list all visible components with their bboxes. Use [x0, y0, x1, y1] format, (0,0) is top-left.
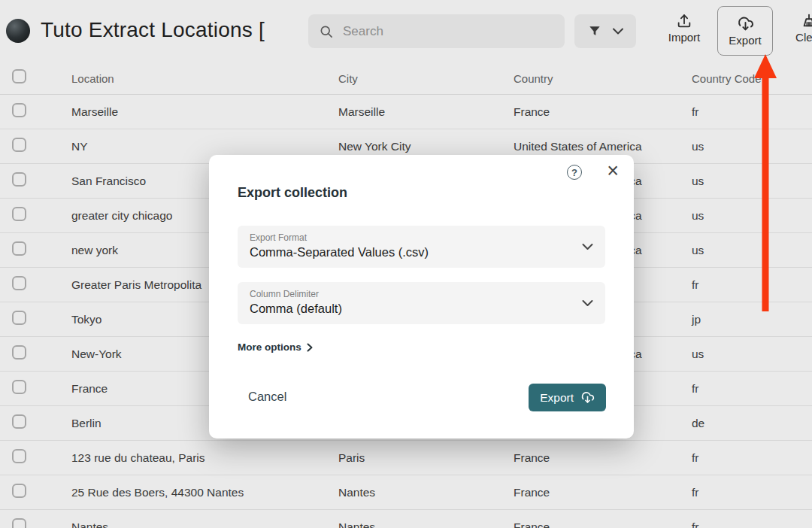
row-checkbox[interactable] [12, 311, 26, 325]
cell-country-code: fr [692, 520, 698, 528]
cell-location: greater city chicago [71, 209, 172, 223]
cloud-download-icon [737, 15, 754, 32]
table-row[interactable]: Marseille Marseille France fr [0, 95, 812, 129]
table-header-row: Location City Country Country Code [0, 62, 812, 95]
chevron-down-icon [582, 243, 593, 250]
cell-country-code: us [692, 347, 704, 361]
modal-export-button[interactable]: Export [529, 384, 606, 411]
export-format-label: Export Format [250, 232, 593, 243]
broom-icon [801, 13, 812, 29]
export-format-select[interactable]: Export Format Comma-Separated Values (.c… [238, 226, 605, 268]
cancel-button[interactable]: Cancel [248, 390, 286, 404]
cell-location: 25 Rue des Boers, 44300 Nantes [71, 486, 244, 499]
cell-location: France [71, 382, 108, 396]
clear-label: Clear [795, 31, 812, 44]
cell-location: New-York [71, 347, 122, 361]
chevron-down-icon [613, 28, 623, 35]
cell-country-code: us [692, 174, 704, 188]
cell-country: France [514, 105, 550, 119]
row-checkbox[interactable] [12, 380, 26, 394]
row-checkbox[interactable] [12, 345, 26, 360]
cell-city: New York City [338, 140, 411, 153]
search-bar[interactable] [308, 14, 565, 48]
cell-country-code: fr [692, 105, 698, 119]
table-row[interactable]: 25 Rue des Boers, 44300 Nantes Nantes Fr… [0, 475, 812, 510]
import-button[interactable]: Import [660, 13, 708, 44]
cell-location: new york [71, 244, 118, 257]
modal-export-label: Export [540, 391, 574, 405]
column-header-country[interactable]: Country [514, 71, 553, 84]
filter-icon [587, 24, 602, 39]
cell-location: San Francisco [71, 174, 146, 188]
cell-location: 123 rue du chateau, Paris [71, 451, 205, 465]
column-header-country-code[interactable]: Country Code [692, 71, 762, 84]
row-checkbox[interactable] [12, 414, 26, 429]
row-checkbox[interactable] [12, 103, 26, 117]
row-checkbox[interactable] [12, 484, 26, 498]
close-icon[interactable]: × [607, 161, 619, 181]
cell-country: France [514, 520, 550, 528]
more-options-link[interactable]: More options [238, 341, 313, 353]
import-label: Import [668, 31, 701, 44]
cell-city: Nantes [338, 520, 375, 528]
cell-city: Nantes [338, 486, 375, 499]
cell-country-code: fr [692, 451, 698, 465]
cell-location: Tokyo [71, 313, 102, 326]
cell-city: Marseille [338, 105, 385, 119]
chevron-right-icon [307, 343, 313, 352]
table-row[interactable]: Nantes Nantes France fr [0, 510, 812, 528]
cell-location: Berlin [71, 417, 102, 430]
export-format-value: Comma-Separated Values (.csv) [250, 245, 593, 259]
row-checkbox[interactable] [12, 138, 26, 152]
app-header: Tuto Extract Locations [ [0, 0, 812, 62]
export-toolbar-button[interactable]: Export [717, 6, 773, 56]
column-delimiter-value: Comma (default) [250, 302, 593, 316]
column-header-city[interactable]: City [338, 71, 358, 84]
cell-country-code: us [692, 209, 704, 223]
cloud-download-icon [580, 390, 595, 405]
cell-city: Paris [338, 451, 365, 465]
upload-icon [676, 13, 692, 29]
cell-location: Nantes [71, 520, 108, 528]
row-checkbox[interactable] [12, 241, 26, 256]
export-collection-dialog: Export collection ? × Export Format Comm… [209, 155, 634, 438]
cell-country: United States of America [514, 140, 642, 153]
cell-country-code: de [692, 417, 704, 430]
cell-location: Greater Paris Metropolita [71, 278, 201, 292]
cell-location: NY [71, 140, 88, 153]
row-checkbox[interactable] [12, 207, 26, 221]
cell-country-code: fr [692, 278, 698, 292]
column-header-location[interactable]: Location [71, 71, 114, 84]
row-checkbox[interactable] [12, 449, 26, 463]
dialog-title: Export collection [238, 185, 347, 201]
row-checkbox[interactable] [12, 276, 26, 290]
table-row[interactable]: 123 rue du chateau, Paris Paris France f… [0, 441, 812, 475]
cell-country-code: us [692, 140, 704, 153]
page-title: Tuto Extract Locations [ [41, 18, 265, 42]
cell-country-code: us [692, 244, 704, 257]
select-all-checkbox[interactable] [12, 69, 26, 83]
export-label: Export [729, 34, 761, 47]
column-delimiter-select[interactable]: Column Delimiter Comma (default) [238, 282, 605, 324]
more-options-label: More options [238, 341, 301, 353]
cell-country-code: fr [692, 486, 698, 499]
cell-country-code: jp [692, 313, 701, 326]
filter-button[interactable] [574, 14, 636, 48]
row-checkbox[interactable] [12, 172, 26, 187]
collection-logo [6, 19, 30, 43]
cell-country-code: fr [692, 382, 698, 396]
cell-location: Marseille [71, 105, 118, 119]
column-delimiter-label: Column Delimiter [250, 289, 593, 299]
search-icon [319, 24, 334, 39]
chevron-down-icon [582, 299, 593, 307]
search-input[interactable] [341, 23, 554, 40]
row-checkbox[interactable] [12, 518, 26, 528]
cell-country: France [514, 451, 550, 465]
help-icon[interactable]: ? [567, 165, 582, 180]
clear-button[interactable]: Clear [782, 13, 812, 44]
cell-country: France [514, 486, 550, 499]
